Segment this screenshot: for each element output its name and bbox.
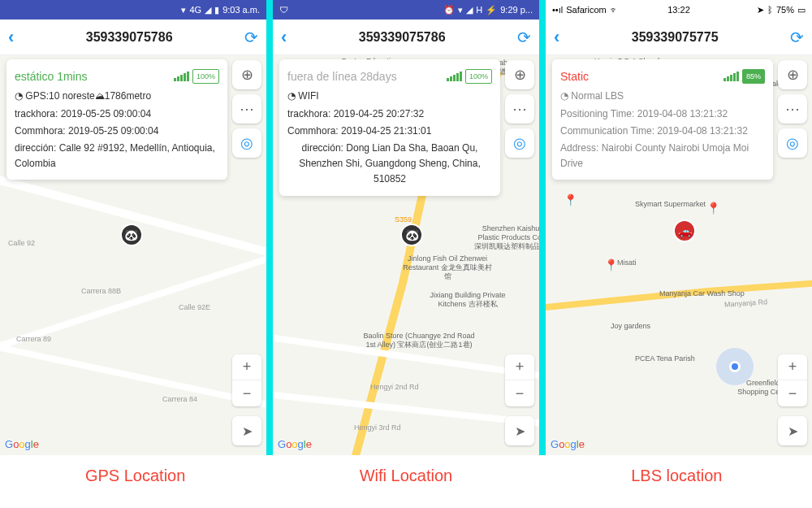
panel-gps: ▾ 4G ◢ ▮ 9:03 a.m. ‹ 359339075786 ⟳ Call… xyxy=(0,0,266,455)
address: dirección: Calle 92 #9192, Medellín, Ant… xyxy=(15,141,219,172)
speedometer-icon: ◔ xyxy=(15,90,23,102)
signal-icon: ◢ xyxy=(466,5,473,15)
refresh-icon[interactable]: ⟳ xyxy=(790,28,804,47)
status-text: estático 1mins xyxy=(15,67,87,85)
bluetooth-icon: ᛒ xyxy=(767,5,773,15)
carrier: Safaricom xyxy=(566,5,607,15)
more-button[interactable]: ⋯ xyxy=(232,94,261,124)
statusbar: ••ıl Safaricom ᯤ 13:22 ➤ ᛒ 75% ▭ xyxy=(546,0,812,20)
battery-icon: ▭ xyxy=(797,5,806,15)
map-view[interactable]: Calle 92 Carrera 89 Carrera 88B Carrera … xyxy=(0,55,266,455)
network-type: H xyxy=(476,5,482,15)
battery-percent: 75% xyxy=(776,5,794,15)
layers-button[interactable]: ⊕ xyxy=(505,60,534,89)
google-logo: Google xyxy=(278,438,312,450)
layers-button[interactable]: ⊕ xyxy=(232,60,261,89)
zoom-out-button[interactable]: − xyxy=(778,380,807,406)
map-pin-icon: 📍 xyxy=(706,202,719,215)
panel-wifi: 🛡 ⏰ ▾ ◢ H ⚡ 9:29 p... ‹ 359339075786 ⟳ B… xyxy=(273,0,539,455)
zoom-controls: + − xyxy=(505,354,534,406)
more-button[interactable]: ⋯ xyxy=(778,94,807,124)
map-poi: Skymart Supermarket xyxy=(635,200,706,209)
speedometer-icon: ◔ xyxy=(560,90,568,102)
battery-icon: ⚡ xyxy=(486,5,497,15)
device-marker[interactable]: 🐼 xyxy=(400,224,423,246)
gps-info: GPS:10 noreste⛰1786metro xyxy=(25,90,151,102)
back-icon[interactable]: ‹ xyxy=(8,27,14,48)
map-poi: Joy gardens xyxy=(611,322,650,331)
map-poi: Manyanja Car Wash Shop xyxy=(659,289,745,298)
map-poi: Shenzhen Kaishu Plastic Products Co. 深圳凯… xyxy=(474,224,539,250)
caption-lbs: LBS location xyxy=(542,467,812,485)
panel-lbs: ••ıl Safaricom ᯤ 13:22 ➤ ᛒ 75% ▭ ‹ 35933… xyxy=(546,0,812,455)
wifi-icon: ᯤ xyxy=(610,5,619,15)
status-text: fuera de línea 28days xyxy=(287,67,397,85)
google-logo: Google xyxy=(551,438,585,450)
more-button[interactable]: ⋯ xyxy=(505,94,534,124)
map-pin-icon: 📍 xyxy=(564,193,577,206)
network-type: 4G xyxy=(189,5,201,15)
caption-gps: GPS Location xyxy=(0,467,270,485)
signal-icon: ••ıl xyxy=(552,5,563,15)
battery-icon: ▮ xyxy=(214,5,219,15)
map-poi: PCEA Tena Parish xyxy=(635,354,695,363)
comm-time: Commhora: 2019-05-25 09:00:04 xyxy=(15,124,219,139)
locate-button[interactable]: ◎ xyxy=(778,128,807,158)
status-time: 9:29 p... xyxy=(500,5,533,15)
zoom-in-button[interactable]: + xyxy=(505,354,534,380)
map-poi: Baolin Store (Chuangye 2nd Road 1st Alle… xyxy=(362,332,476,350)
positioning-time: Positioning Time: 2019-04-08 13:21:32 xyxy=(560,106,765,122)
device-marker[interactable]: 🚗 xyxy=(673,219,696,242)
back-icon[interactable]: ‹ xyxy=(554,27,559,48)
zoom-in-button[interactable]: + xyxy=(778,354,807,380)
signal-bars-icon xyxy=(723,72,739,81)
status-text: Static xyxy=(560,67,589,85)
track-time: trackhora: 2019-04-25 20:27:32 xyxy=(287,106,492,122)
layers-button[interactable]: ⊕ xyxy=(778,60,807,89)
navigate-button[interactable]: ➤ xyxy=(505,416,534,445)
zoom-controls: + − xyxy=(778,354,807,406)
signal-bars-icon xyxy=(174,72,189,81)
map-poi: Misati xyxy=(617,258,637,267)
wifi-info: WIFI xyxy=(298,90,318,102)
statusbar: 🛡 ⏰ ▾ ◢ H ⚡ 9:29 p... xyxy=(273,0,539,20)
statusbar: ▾ 4G ◢ ▮ 9:03 a.m. xyxy=(0,0,266,20)
battery-level: 100% xyxy=(465,69,492,84)
refresh-icon[interactable]: ⟳ xyxy=(517,28,531,47)
user-location-dot xyxy=(729,361,741,372)
zoom-out-button[interactable]: − xyxy=(232,380,261,406)
info-card: estático 1mins 100% ◔ GPS:10 noreste⛰178… xyxy=(6,59,227,180)
info-card: fuera de línea 28days 100% ◔ WIFI trackh… xyxy=(279,59,500,196)
track-time: trackhora: 2019-05-25 09:00:04 xyxy=(15,106,219,122)
status-time: 9:03 a.m. xyxy=(222,5,260,15)
map-view[interactable]: Umoja S.D.A Church Grand Supermaket Skym… xyxy=(546,55,812,455)
device-id: 359339075775 xyxy=(632,30,719,45)
battery-level: 85% xyxy=(742,69,765,84)
refresh-icon[interactable]: ⟳ xyxy=(244,28,258,47)
wifi-icon: ▾ xyxy=(181,5,186,15)
locate-button[interactable]: ◎ xyxy=(232,128,261,158)
info-card: Static 85% ◔ Normal LBS Positioning Time… xyxy=(552,59,773,180)
zoom-controls: + − xyxy=(232,354,261,406)
zoom-in-button[interactable]: + xyxy=(232,354,261,380)
google-logo: Google xyxy=(5,438,39,450)
speedometer-icon: ◔ xyxy=(287,90,296,102)
app-header: ‹ 359339075786 ⟳ xyxy=(273,20,539,55)
map-view[interactable]: Bao'an Education Industrial Zone 宝安教育工业区… xyxy=(273,55,539,455)
lbs-info: Normal LBS xyxy=(571,90,624,102)
wifi-icon: ▾ xyxy=(458,5,463,15)
battery-level: 100% xyxy=(192,69,219,84)
alarm-icon: ⏰ xyxy=(443,5,455,15)
caption-wifi: Wifi Location xyxy=(270,467,541,485)
status-time: 13:22 xyxy=(667,5,690,15)
navigate-button[interactable]: ➤ xyxy=(232,416,261,445)
map-pin-icon: 📍 xyxy=(604,258,617,271)
address: dirección: Dong Lian Da Sha, Baoan Qu, S… xyxy=(287,141,492,188)
zoom-out-button[interactable]: − xyxy=(505,380,534,406)
app-header: ‹ 359339075786 ⟳ xyxy=(0,20,266,55)
back-icon[interactable]: ‹ xyxy=(281,27,287,48)
locate-button[interactable]: ◎ xyxy=(505,128,534,158)
device-marker[interactable]: 🐼 xyxy=(120,224,143,246)
device-id: 359339075786 xyxy=(359,30,446,45)
navigate-button[interactable]: ➤ xyxy=(778,416,807,445)
